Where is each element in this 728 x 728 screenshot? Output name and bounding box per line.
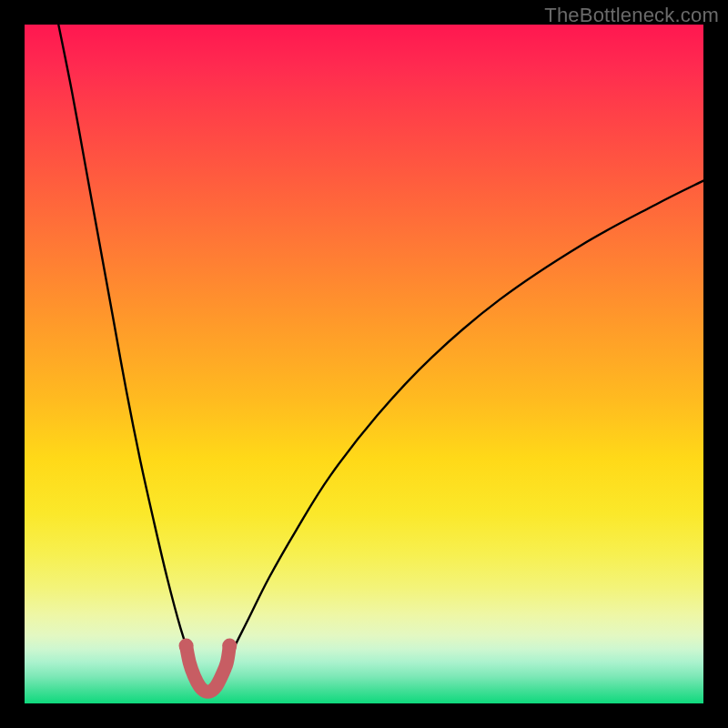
- watermark-text: TheBottleneck.com: [544, 4, 719, 27]
- chart-curves-svg: [25, 25, 703, 703]
- left-curve: [58, 25, 202, 692]
- right-curve: [213, 181, 703, 692]
- valley-highlight-dot: [179, 639, 194, 653]
- valley-highlight-curve: [187, 646, 230, 693]
- chart-plot-area: [25, 25, 703, 703]
- valley-highlight-dot: [222, 639, 237, 653]
